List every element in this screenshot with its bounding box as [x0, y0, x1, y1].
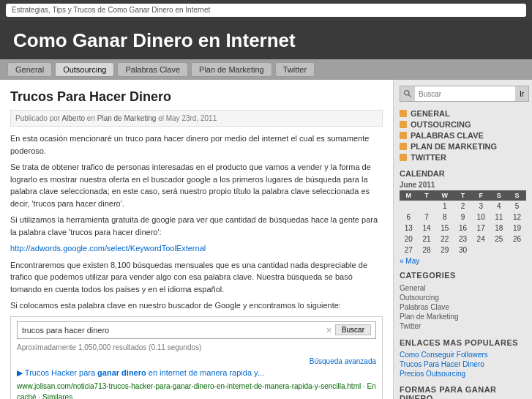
calendar-day[interactable]: 25 [490, 234, 509, 245]
calendar-day-link[interactable]: 24 [477, 235, 485, 243]
category-dot-plan [400, 143, 407, 150]
nav-item-general[interactable]: General [7, 62, 52, 77]
calendar-day-link[interactable]: 8 [443, 213, 447, 221]
calendar-day[interactable]: 10 [472, 212, 490, 223]
calendar-day[interactable]: 23 [454, 234, 472, 245]
popular-link-1[interactable]: Como Conseguir Followers [400, 351, 526, 359]
calendar-day-link[interactable]: 5 [515, 202, 520, 210]
calendar-day[interactable]: 8 [435, 212, 454, 223]
clear-search-icon[interactable]: ✕ [326, 324, 332, 337]
sidebar-cat-palabras[interactable]: PALABRAS CLAVE [400, 131, 526, 140]
calendar-table: M T W T F S S 12345678910111213141516171… [400, 190, 526, 256]
search-result-1-title[interactable]: ▶ Trucos Hacker para ganar dinero en int… [17, 367, 376, 379]
calendar-day[interactable]: 13 [400, 223, 418, 234]
calendar-day[interactable]: 28 [418, 245, 436, 256]
calendar-day-link[interactable]: 23 [459, 235, 467, 243]
calendar-day-link[interactable]: 29 [441, 246, 449, 254]
calendar-day[interactable]: 2 [454, 201, 472, 212]
calendar-day-link[interactable]: 21 [422, 235, 430, 243]
popular-link-2[interactable]: Trucos Para Hacer Dinero [400, 360, 526, 368]
calendar-day[interactable]: 15 [435, 223, 454, 234]
calendar-day-link[interactable]: 12 [513, 213, 521, 221]
calendar-day-link[interactable]: 28 [422, 246, 430, 254]
calendar-day-link[interactable]: 1 [443, 202, 447, 210]
calendar-day-link[interactable]: 19 [513, 224, 521, 232]
calendar-day[interactable]: 12 [508, 212, 526, 223]
nav-item-outsourcing[interactable]: Outsourcing [55, 62, 114, 77]
calendar-day[interactable]: 19 [508, 223, 526, 234]
sidebar-cat-general[interactable]: GENERAL [400, 109, 526, 118]
calendar-day[interactable]: 3 [472, 201, 490, 212]
calendar-day-link[interactable]: 4 [497, 202, 501, 210]
sidebar-search-button[interactable]: Ir [515, 86, 529, 102]
popular-link-3[interactable]: Precios Outsourcing [400, 370, 526, 378]
calendar-day-link[interactable]: 13 [405, 224, 413, 232]
calendar-day-link[interactable]: 26 [513, 235, 521, 243]
cat-outsourcing[interactable]: Outsourcing [400, 293, 526, 302]
sidebar-cat-twitter[interactable]: TWITTER [400, 153, 526, 162]
cat-general[interactable]: General [400, 283, 526, 293]
sidebar-search-input[interactable] [415, 86, 515, 102]
search-screenshot-button[interactable]: Buscar [335, 324, 371, 335]
cat-twitter[interactable]: Twitter [400, 321, 526, 331]
nav-item-twitter[interactable]: Twitter [275, 62, 315, 77]
article-author-link[interactable]: Alberto [61, 114, 85, 122]
popular-links-title: ENLACES MAS POPULARES [400, 338, 526, 347]
calendar-day-link[interactable]: 6 [407, 213, 411, 221]
calendar-day[interactable]: 11 [490, 212, 509, 223]
sidebar-cat-outsourcing[interactable]: OUTSOURCING [400, 120, 526, 129]
cat-plan[interactable]: Plan de Marketing [400, 312, 526, 321]
calendar-day-link[interactable]: 7 [424, 213, 429, 221]
calendar-day[interactable]: 30 [454, 245, 472, 256]
calendar-day-link[interactable]: 25 [495, 235, 503, 243]
calendar-day[interactable]: 14 [418, 223, 436, 234]
calendar-day [418, 201, 436, 212]
calendar-day-link[interactable]: 27 [405, 246, 413, 254]
calendar-day-link[interactable]: 30 [459, 246, 467, 254]
calendar-day[interactable]: 24 [472, 234, 490, 245]
calendar-day-link[interactable]: 17 [477, 224, 485, 232]
calendar-day[interactable]: 5 [508, 201, 526, 212]
cat-outsourcing-link[interactable]: Outsourcing [400, 294, 439, 302]
calendar-day-link[interactable]: 20 [405, 235, 413, 243]
cat-twitter-link[interactable]: Twitter [400, 322, 421, 330]
calendar-day[interactable]: 27 [400, 245, 418, 256]
calendar-day[interactable]: 7 [418, 212, 436, 223]
cat-palabras[interactable]: Palabras Clave [400, 302, 526, 312]
calendar-day-link[interactable]: 2 [461, 202, 465, 210]
article-title: Trucos Para Hacer Dinero [10, 87, 383, 107]
calendar-day[interactable]: 26 [508, 234, 526, 245]
calendar-day-link[interactable]: 15 [441, 224, 449, 232]
calendar-day[interactable]: 17 [472, 223, 490, 234]
calendar-day[interactable]: 20 [400, 234, 418, 245]
calendar-day-link[interactable]: 9 [461, 213, 465, 221]
nav-item-palabras-clave[interactable]: Palabras Clave [117, 62, 188, 77]
search-screenshot-input[interactable] [22, 326, 323, 335]
calendar-day[interactable]: 16 [454, 223, 472, 234]
nav-item-plan-marketing[interactable]: Plan de Marketing [191, 62, 272, 77]
calendar-day-link[interactable]: 11 [495, 213, 503, 221]
calendar-day[interactable]: 9 [454, 212, 472, 223]
cat-plan-link[interactable]: Plan de Marketing [400, 313, 459, 321]
calendar-day[interactable]: 21 [418, 234, 436, 245]
cat-general-link[interactable]: General [400, 284, 426, 292]
calendar-day[interactable]: 4 [490, 201, 509, 212]
calendar-prev-link[interactable]: « May [400, 257, 526, 265]
calendar-day-link[interactable]: 18 [495, 224, 503, 232]
browser-url-bar[interactable]: Estrategias, Tips y Trucos de Como Ganar… [6, 4, 526, 17]
calendar-day-link[interactable]: 10 [477, 213, 485, 221]
calendar-day[interactable]: 29 [435, 245, 454, 256]
calendar-day[interactable]: 6 [400, 212, 418, 223]
calendar-day-link[interactable]: 22 [441, 235, 449, 243]
calendar-day-link[interactable]: 14 [422, 224, 430, 232]
advanced-search-link[interactable]: Búsqueda avanzada [17, 356, 376, 367]
article-category-link[interactable]: Plan de Marketing [97, 114, 157, 122]
calendar-day[interactable]: 22 [435, 234, 454, 245]
google-keyword-link[interactable]: http://adwords.google.com/select/Keyword… [10, 244, 206, 253]
calendar-day-link[interactable]: 16 [459, 224, 467, 232]
sidebar-cat-plan[interactable]: PLAN DE MARKETING [400, 142, 526, 151]
calendar-day-link[interactable]: 3 [479, 202, 483, 210]
cat-palabras-link[interactable]: Palabras Clave [400, 303, 449, 311]
calendar-day[interactable]: 18 [490, 223, 509, 234]
calendar-day[interactable]: 1 [435, 201, 454, 212]
